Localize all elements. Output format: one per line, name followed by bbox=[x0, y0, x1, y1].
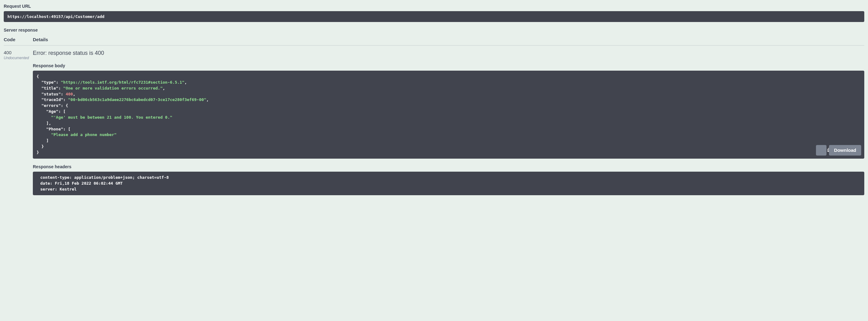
server-response-label: Server response bbox=[4, 28, 864, 32]
response-table: Code Details 400 Undocumented Error: res… bbox=[4, 37, 864, 195]
copy-button[interactable] bbox=[816, 145, 827, 155]
response-body-label: Response body bbox=[33, 63, 864, 68]
undocumented-label: Undocumented bbox=[4, 56, 33, 60]
table-row: 400 Undocumented Error: response status … bbox=[4, 50, 864, 195]
table-header-row: Code Details bbox=[4, 37, 864, 46]
request-url-value: https://localhost:49157/api/Customer/add bbox=[4, 11, 864, 22]
response-headers: content-type: application/problem+json; … bbox=[33, 172, 864, 196]
column-code: Code bbox=[4, 37, 33, 42]
response-headers-label: Response headers bbox=[33, 164, 864, 169]
status-code: 400 bbox=[4, 50, 33, 55]
response-details-cell: Error: response status is 400 Response b… bbox=[33, 50, 864, 195]
download-button[interactable]: Download bbox=[829, 145, 861, 155]
response-body: { "type": "https://tools.ietf.org/html/r… bbox=[33, 71, 864, 158]
response-code-cell: 400 Undocumented bbox=[4, 50, 33, 60]
request-url-label: Request URL bbox=[4, 4, 864, 9]
error-message: Error: response status is 400 bbox=[33, 50, 864, 56]
column-details: Details bbox=[33, 37, 48, 42]
